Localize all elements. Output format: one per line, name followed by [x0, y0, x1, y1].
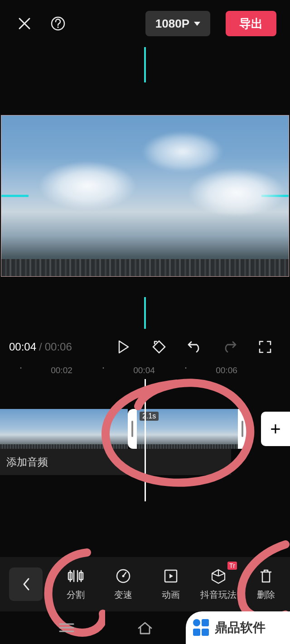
- new-badge: Tr: [227, 562, 237, 570]
- redo-icon[interactable]: [219, 336, 240, 357]
- trash-icon: [258, 568, 274, 584]
- edit-toolbar: 分割 变速 动画 Tr 抖音玩法 删除: [0, 557, 290, 611]
- timeline-ruler[interactable]: • 00:02 • 00:04 • 00:06: [0, 363, 290, 379]
- tool-delete[interactable]: 删除: [242, 568, 290, 601]
- playhead-indicator-top: [144, 47, 146, 82]
- svg-point-1: [57, 26, 58, 28]
- tool-delete-label: 删除: [257, 589, 275, 601]
- split-icon: [68, 568, 84, 584]
- resolution-label: 1080P: [155, 17, 189, 31]
- watermark-text: 鼎品软件: [215, 619, 266, 636]
- caret-down-icon: [194, 22, 200, 26]
- time-current: 00:04: [9, 341, 36, 353]
- add-audio-track[interactable]: 添加音频: [0, 449, 231, 475]
- tool-douyin-label: 抖音玩法: [200, 589, 237, 601]
- preview-skyline: [1, 259, 289, 276]
- tool-douyin-effects[interactable]: Tr 抖音玩法: [195, 568, 242, 601]
- tool-split[interactable]: 分割: [52, 568, 99, 601]
- back-button[interactable]: [9, 567, 43, 601]
- cube-icon: [210, 568, 227, 584]
- ruler-tick: 00:06: [216, 365, 237, 375]
- clip-duration-badge: 2.1s: [140, 412, 159, 421]
- tool-animation-label: 动画: [162, 589, 180, 601]
- transport-bar: 00:04/00:06: [0, 331, 290, 363]
- nav-recents-icon[interactable]: [58, 619, 76, 637]
- preview-content: [119, 125, 246, 179]
- top-toolbar: 1080P 导出: [0, 0, 290, 47]
- add-audio-label: 添加音频: [6, 455, 48, 469]
- playhead[interactable]: [145, 379, 146, 501]
- crop-guide-right: [261, 195, 289, 197]
- svg-point-5: [122, 575, 124, 577]
- ruler-tick: 00:04: [133, 365, 155, 375]
- fullscreen-icon[interactable]: [255, 336, 276, 357]
- play-icon[interactable]: [113, 336, 134, 357]
- animation-icon: [163, 568, 179, 584]
- plus-icon: +: [270, 419, 280, 439]
- close-icon[interactable]: [15, 14, 34, 33]
- help-icon[interactable]: [49, 14, 67, 33]
- video-preview[interactable]: [1, 115, 289, 277]
- keyframe-icon[interactable]: [149, 336, 169, 357]
- ruler-tick: 00:02: [51, 365, 72, 375]
- video-track[interactable]: 2.1s: [0, 409, 247, 449]
- export-button[interactable]: 导出: [226, 11, 276, 36]
- timecode: 00:04/00:06: [9, 341, 72, 353]
- tool-split-label: 分割: [67, 589, 85, 601]
- clip-trim-left-handle[interactable]: [131, 421, 133, 437]
- nav-home-icon[interactable]: [136, 619, 154, 637]
- add-clip-button[interactable]: +: [261, 412, 290, 446]
- watermark: 鼎品软件: [186, 611, 290, 644]
- preview-top-gap: [0, 47, 290, 115]
- watermark-logo-icon: [193, 619, 210, 636]
- crop-guide-left: [1, 195, 29, 197]
- tool-animation[interactable]: 动画: [147, 568, 194, 601]
- clip-1[interactable]: [0, 409, 128, 449]
- resolution-dropdown[interactable]: 1080P: [145, 11, 210, 36]
- tool-speed[interactable]: 变速: [99, 568, 147, 601]
- tool-speed-label: 变速: [114, 589, 132, 601]
- playhead-indicator-bottom: [144, 297, 146, 329]
- time-total: 00:06: [45, 341, 72, 353]
- timeline[interactable]: 2.1s + 添加音频: [0, 379, 290, 506]
- clip-trim-right-handle[interactable]: [242, 421, 243, 437]
- undo-icon[interactable]: [184, 336, 205, 357]
- preview-bottom-gap: [0, 277, 290, 331]
- export-label: 导出: [239, 16, 263, 32]
- speed-icon: [115, 568, 131, 584]
